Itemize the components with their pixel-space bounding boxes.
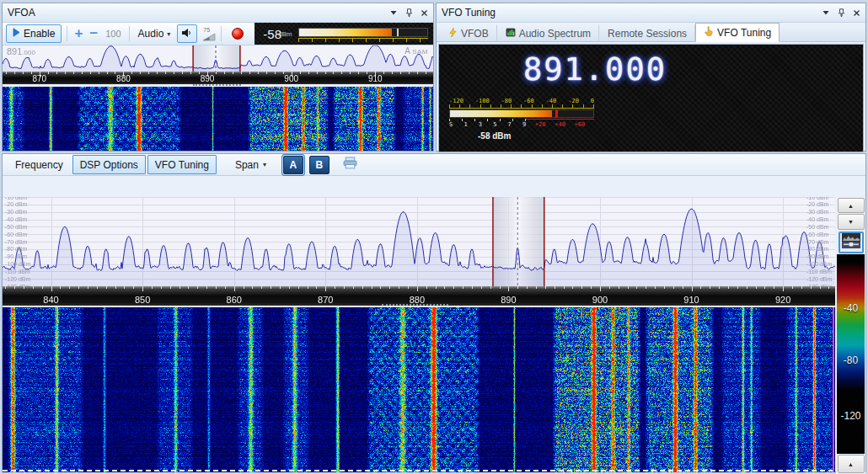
vfoa-scale-gap bbox=[3, 84, 433, 87]
vfo-tuning-display: 891.000 -120-100-80-60-40-200 S13579 +20… bbox=[438, 44, 864, 152]
meter-label: 0 bbox=[591, 98, 594, 104]
vfoa-mini-spectrum[interactable]: 891.000 A SAM bbox=[3, 45, 433, 72]
meter-label: 7 bbox=[508, 121, 512, 128]
vfo-tuning-titlebar[interactable]: VFO Tuning bbox=[437, 3, 865, 23]
vfo-tuning-button[interactable]: VFO Tuning bbox=[147, 155, 217, 174]
tab-audio-spectrum[interactable]: Audio Spectrum bbox=[497, 24, 599, 41]
vfoa-mode-label: A SAM bbox=[405, 46, 428, 56]
chevron-down-icon: ▾ bbox=[263, 161, 266, 168]
vfo-tuning-panel: VFO Tuning VFOB Audio Spectrum Remote Se… bbox=[436, 3, 866, 152]
scroll-up-button[interactable]: ▲ bbox=[838, 198, 865, 213]
tab-audio-spectrum-label: Audio Spectrum bbox=[519, 28, 591, 40]
meter-label: +20 bbox=[535, 121, 546, 128]
s-meter-ticks bbox=[449, 104, 594, 109]
tab-vfo-tuning[interactable]: VFO Tuning bbox=[695, 23, 780, 42]
tab-remote-sessions[interactable]: Remote Sessions bbox=[599, 24, 695, 41]
pin-icon[interactable] bbox=[838, 8, 845, 17]
vfoa-mini-spectrum-canvas[interactable] bbox=[3, 45, 433, 72]
meter-label: S bbox=[449, 121, 453, 128]
close-icon[interactable] bbox=[853, 9, 860, 17]
frequency-button[interactable]: Frequency bbox=[8, 155, 71, 174]
vfoa-waterfall-canvas[interactable] bbox=[3, 87, 433, 151]
colorbar-label: -120 bbox=[837, 410, 865, 422]
vfoa-power-readout-lcd: -58 dBm bbox=[255, 23, 433, 45]
volume-slider[interactable]: 75 bbox=[202, 27, 216, 41]
meter-label: -20 bbox=[568, 98, 579, 104]
signal-meter-ticks bbox=[298, 38, 428, 42]
gain-minus-button[interactable]: − bbox=[88, 26, 99, 41]
tuned-frequency-display[interactable]: 891.000 bbox=[523, 51, 667, 88]
main-spectrum-canvas[interactable] bbox=[3, 197, 835, 286]
vfoa-frequency-scale-canvas[interactable] bbox=[3, 72, 433, 84]
dsp-options-button[interactable]: DSP Options bbox=[72, 155, 146, 174]
enable-button[interactable]: Enable bbox=[6, 24, 62, 43]
main-frequency-scale-canvas[interactable] bbox=[3, 286, 835, 306]
volume-ramp-icon bbox=[202, 33, 216, 41]
gain-value: 100 bbox=[103, 29, 123, 39]
meter-label: -40 bbox=[546, 98, 557, 104]
vfo-tuning-panel-title: VFO Tuning bbox=[442, 7, 496, 19]
meter-label: +60 bbox=[575, 121, 586, 128]
lightning-icon bbox=[448, 28, 458, 40]
vfoa-panel: VFOA Enable + − 100 Audio ▾ bbox=[2, 3, 434, 152]
audio-dropdown-label: Audio bbox=[138, 28, 164, 40]
menu-down-icon[interactable] bbox=[822, 9, 830, 16]
span-dropdown[interactable]: Span ▾ bbox=[230, 159, 271, 171]
signal-meter-fill bbox=[299, 29, 391, 36]
s-meter: -120-100-80-60-40-200 S13579 +20+40+60 -… bbox=[449, 98, 594, 141]
play-icon bbox=[13, 28, 20, 40]
s-meter-readout: -58 dBm bbox=[478, 131, 594, 141]
tab-vfob-label: VFOB bbox=[461, 28, 489, 40]
spectrum-waterfall-icon bbox=[842, 233, 860, 252]
vfo-tuning-content: 891.000 -120-100-80-60-40-200 S13579 +20… bbox=[437, 42, 865, 154]
main-display-panel: Frequency DSP Options VFO Tuning Span ▾ … bbox=[2, 153, 866, 472]
meter-label: 5 bbox=[493, 121, 496, 128]
vfoa-titlebar[interactable]: VFOA bbox=[3, 3, 433, 23]
vfoa-toolbar: Enable + − 100 Audio ▾ 75 -58 bbox=[3, 23, 433, 45]
vfoa-frequency-scale[interactable] bbox=[3, 72, 433, 84]
meter-label: +40 bbox=[555, 121, 565, 128]
s-meter-fill bbox=[450, 110, 552, 117]
spectrum-waterfall-toggle-button[interactable] bbox=[839, 232, 864, 253]
sdr-application-window: VFOA Enable + − 100 Audio ▾ bbox=[0, 0, 868, 474]
volume-value: 75 bbox=[203, 27, 210, 33]
vfo-a-button[interactable]: A bbox=[283, 156, 303, 174]
meter-label: 3 bbox=[479, 121, 482, 128]
separator bbox=[67, 26, 67, 41]
close-icon[interactable] bbox=[421, 9, 428, 17]
s-meter-s-labels: S13579 bbox=[449, 119, 526, 128]
mute-button[interactable] bbox=[177, 24, 197, 43]
audio-dropdown[interactable]: Audio ▾ bbox=[135, 28, 174, 40]
tab-vfob[interactable]: VFOB bbox=[440, 24, 497, 41]
power-unit: dBm bbox=[278, 30, 292, 38]
s-meter-bar bbox=[449, 109, 594, 118]
vfoa-span-indicator bbox=[193, 84, 241, 86]
s-meter-db-labels: -120-100-80-60-40-200 bbox=[449, 98, 594, 104]
meter-label: -120 bbox=[449, 98, 463, 104]
gain-plus-button[interactable]: + bbox=[72, 26, 84, 41]
waterfall-colorbar[interactable]: -40 -80 -120 bbox=[837, 254, 865, 455]
main-waterfall-canvas[interactable] bbox=[3, 307, 835, 472]
hand-pointer-icon bbox=[704, 26, 714, 39]
colorbar-label: -40 bbox=[837, 302, 865, 314]
vfo-tuning-tabstrip: VFOB Audio Spectrum Remote Sessions VFO … bbox=[437, 23, 865, 42]
pin-icon[interactable] bbox=[405, 8, 413, 17]
meter-label: -80 bbox=[501, 98, 512, 104]
signal-meter-marker bbox=[397, 29, 399, 36]
menu-down-icon[interactable] bbox=[389, 9, 398, 16]
span-dropdown-label: Span bbox=[235, 159, 259, 171]
separator bbox=[129, 26, 130, 41]
record-button[interactable] bbox=[232, 28, 244, 40]
print-button[interactable] bbox=[343, 157, 357, 173]
tab-vfo-tuning-label: VFO Tuning bbox=[717, 27, 771, 39]
vfo-b-button[interactable]: B bbox=[309, 156, 330, 174]
s-meter-plus-labels: +20+40+60 bbox=[526, 119, 594, 128]
colorbar-up-button[interactable]: ▲ bbox=[838, 455, 865, 472]
printer-icon bbox=[343, 157, 357, 173]
meter-label: 1 bbox=[463, 121, 467, 128]
speaker-icon bbox=[181, 26, 193, 41]
display-right-column: ▲ ▼ -40 -80 -120 ▲ ▼ bbox=[836, 197, 865, 474]
scroll-down-button[interactable]: ▼ bbox=[838, 214, 865, 229]
main-span-indicator bbox=[382, 304, 448, 306]
chevron-down-icon: ▾ bbox=[167, 30, 170, 38]
